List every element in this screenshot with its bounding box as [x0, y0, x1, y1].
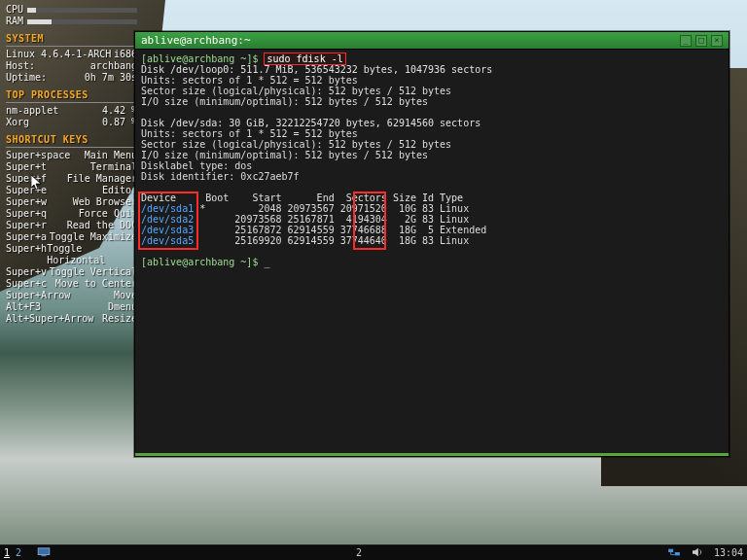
terminal-window[interactable]: ablive@archbang:~ _ □ × [ablive@archbang…	[134, 31, 729, 457]
maximize-button[interactable]: □	[695, 35, 707, 47]
conky-overlay: CPU RAM SYSTEM Linux 4.6.4-1-ARCH i686 H…	[6, 4, 137, 325]
terminal-titlebar[interactable]: ablive@archbang:~ _ □ ×	[135, 32, 729, 49]
cpu-label: CPU	[6, 4, 23, 16]
ram-meter: RAM	[6, 16, 137, 27]
units-line2: Units: sectors of 1 * 512 = 512 bytes	[141, 128, 358, 139]
sector-line2: Sector size (logical/physical): 512 byte…	[141, 139, 451, 150]
cpu-meter: CPU	[6, 4, 137, 16]
process-row: nm-applet4.42 %	[6, 105, 137, 117]
taskbar-center: 2	[356, 547, 362, 558]
prompt-path: ~]$	[240, 53, 264, 64]
close-button[interactable]: ×	[711, 35, 723, 47]
clock: 13:04	[714, 547, 743, 558]
disk-loop-header: Disk /dev/loop0: 511.7 MiB, 536543232 by…	[141, 64, 492, 75]
shortcut-row: Super+fFile Manager	[6, 173, 137, 185]
network-icon[interactable]	[667, 547, 681, 559]
svg-marker-4	[693, 547, 698, 555]
prompt-user: [ablive@archbang	[141, 53, 240, 64]
shortcut-row: Super+eEditor	[6, 185, 137, 196]
kernel: Linux 4.6.4-1-ARCH	[6, 49, 111, 60]
taskbar[interactable]: 12 2 13:04	[0, 544, 747, 560]
shortcut-row: Super+qForce Quit	[6, 208, 137, 220]
shortcut-row: Super+spaceMain Menu	[6, 150, 137, 161]
disk-sda-header: Disk /dev/sda: 30 GiB, 32212254720 bytes…	[141, 118, 480, 128]
system-heading: SYSTEM	[6, 33, 137, 45]
ram-bar	[27, 19, 137, 24]
sector-line: Sector size (logical/physical): 512 byte…	[141, 86, 451, 96]
svg-rect-3	[675, 552, 680, 555]
shortcut-row: Super+ArrowMove	[6, 290, 137, 301]
svg-rect-2	[668, 548, 673, 551]
shortcut-heading: SHORTCUT KEYS	[6, 134, 137, 146]
units-line: Units: sectors of 1 * 512 = 512 bytes	[141, 75, 358, 86]
workspace-2[interactable]: 2	[16, 547, 21, 558]
shortcut-row: Super+hToggle Horizontal	[6, 243, 137, 266]
uptime: 0h 7m 30s	[85, 72, 137, 84]
io-line: I/O size (minimum/optimal): 512 bytes / …	[141, 96, 428, 107]
terminal-title: ablive@archbang:~	[141, 34, 251, 47]
workspace-1[interactable]: 1	[4, 547, 10, 558]
host-row: Host: archbang	[6, 60, 137, 72]
taskbar-right: 13:04	[667, 547, 743, 559]
taskbar-left: 12	[4, 547, 51, 559]
shortcut-row: Alt+F3Dmenu	[6, 301, 137, 313]
shortcut-row: Super+tTerminal	[6, 161, 137, 173]
divider	[6, 147, 137, 148]
shortcut-row: Alt+Super+ArrowResize	[6, 313, 137, 325]
divider	[6, 102, 137, 103]
diskid-line: Disk identifier: 0xc27aeb7f	[141, 171, 300, 182]
process-row: Xorg0.87 %	[6, 117, 137, 128]
cursor: _	[264, 257, 269, 267]
host-label: Host:	[6, 60, 35, 72]
window-buttons: _ □ ×	[680, 35, 723, 47]
shortcut-row: Super+vToggle Vertical	[6, 266, 137, 278]
shortcut-row: Super+aToggle Maximize	[6, 231, 137, 243]
shortcut-row: Super+rRead the DOC	[6, 220, 137, 231]
host: archbang	[90, 60, 137, 72]
shortcut-row: Super+wWeb Browser	[6, 196, 137, 208]
volume-icon[interactable]	[691, 547, 704, 559]
divider	[6, 46, 137, 47]
io-line2: I/O size (minimum/optimal): 512 bytes / …	[141, 150, 428, 160]
ram-label: RAM	[6, 16, 23, 27]
top-heading: TOP PROCESSES	[6, 89, 137, 101]
uptime-label: Uptime:	[6, 72, 47, 84]
uptime-row: Uptime: 0h 7m 30s	[6, 72, 137, 84]
terminal-body[interactable]: [ablive@archbang ~]$ sudo fdisk -l Disk …	[135, 49, 729, 456]
desktop: CPU RAM SYSTEM Linux 4.6.4-1-ARCH i686 H…	[0, 0, 747, 560]
prompt2: [ablive@archbang ~]$	[141, 257, 264, 267]
cpu-bar	[27, 8, 137, 13]
svg-rect-1	[42, 555, 47, 556]
minimize-button[interactable]: _	[680, 35, 692, 47]
kernel-row: Linux 4.6.4-1-ARCH i686	[6, 49, 137, 60]
table-header: Device Boot Start End Sectors Size Id Ty…	[141, 192, 463, 203]
disklabel-line: Disklabel type: dos	[141, 160, 252, 171]
partition-rows: /dev/sda1 * 2048 20973567 20971520 10G 8…	[141, 203, 486, 246]
monitor-icon[interactable]	[37, 547, 51, 559]
svg-rect-0	[38, 547, 50, 554]
shortcut-row: Super+cMove to Center	[6, 278, 137, 290]
